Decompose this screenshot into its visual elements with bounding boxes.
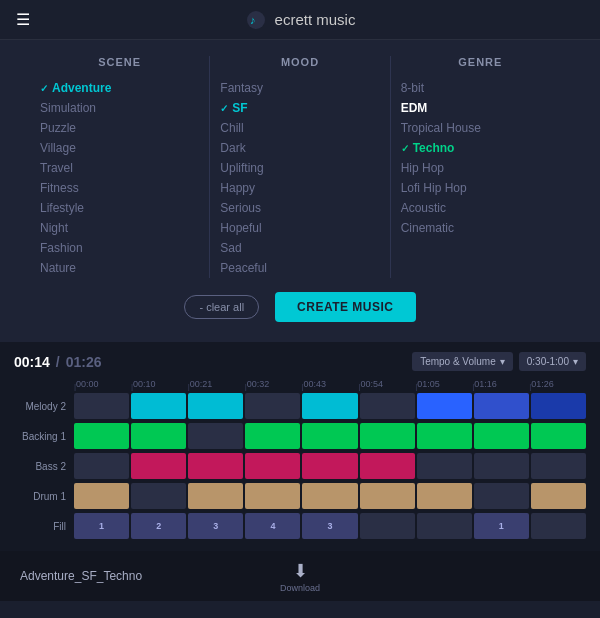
cell[interactable] bbox=[474, 393, 529, 419]
cell[interactable] bbox=[474, 453, 529, 479]
download-label: Download bbox=[280, 583, 320, 593]
track-drum1: Drum 1 bbox=[14, 483, 586, 509]
logo-icon: ♪ bbox=[245, 9, 267, 31]
cell[interactable] bbox=[188, 423, 243, 449]
cell[interactable]: 3 bbox=[302, 513, 357, 539]
track-label-bass2: Bass 2 bbox=[14, 461, 74, 472]
genre-item-techno[interactable]: ✓ Techno bbox=[401, 138, 560, 158]
scene-item-fitness[interactable]: Fitness bbox=[40, 178, 199, 198]
cell[interactable] bbox=[245, 423, 300, 449]
cell[interactable] bbox=[245, 453, 300, 479]
scene-item-puzzle[interactable]: Puzzle bbox=[40, 118, 199, 138]
download-button[interactable]: ⬇ Download bbox=[280, 560, 320, 593]
cell[interactable] bbox=[360, 393, 415, 419]
create-music-button[interactable]: CREATE MUSIC bbox=[275, 292, 415, 322]
check-icon-techno: ✓ bbox=[401, 143, 409, 154]
cell[interactable] bbox=[188, 483, 243, 509]
cell[interactable] bbox=[188, 393, 243, 419]
scene-item-nature[interactable]: Nature bbox=[40, 258, 199, 278]
cell[interactable] bbox=[245, 483, 300, 509]
genre-item-cinematic[interactable]: Cinematic bbox=[401, 218, 560, 238]
mood-item-sf[interactable]: ✓ SF bbox=[220, 98, 379, 118]
scene-column: SCENE ✓ Adventure Simulation Puzzle Vill… bbox=[30, 56, 209, 278]
cell[interactable] bbox=[417, 453, 472, 479]
ruler-cell-1: 00:10 bbox=[131, 379, 188, 389]
cell[interactable] bbox=[531, 423, 586, 449]
genre-item-8bit[interactable]: 8-bit bbox=[401, 78, 560, 98]
cell[interactable] bbox=[417, 423, 472, 449]
mood-item-sad[interactable]: Sad bbox=[220, 238, 379, 258]
genre-item-edm[interactable]: EDM bbox=[401, 98, 560, 118]
cell[interactable]: 3 bbox=[188, 513, 243, 539]
scene-item-travel[interactable]: Travel bbox=[40, 158, 199, 178]
clear-all-button[interactable]: - clear all bbox=[184, 295, 259, 319]
header-title-area: ♪ ecrett music bbox=[245, 9, 356, 31]
cell[interactable]: 2 bbox=[131, 513, 186, 539]
cell[interactable] bbox=[74, 393, 129, 419]
scene-item-lifestyle[interactable]: Lifestyle bbox=[40, 198, 199, 218]
mood-item-hopeful[interactable]: Hopeful bbox=[220, 218, 379, 238]
cell[interactable] bbox=[417, 393, 472, 419]
cell[interactable] bbox=[531, 513, 586, 539]
cell[interactable] bbox=[74, 423, 129, 449]
cell[interactable] bbox=[360, 513, 415, 539]
cell[interactable] bbox=[302, 423, 357, 449]
cell[interactable]: 1 bbox=[74, 513, 129, 539]
cell[interactable] bbox=[131, 453, 186, 479]
cell[interactable] bbox=[74, 453, 129, 479]
mood-item-peaceful[interactable]: Peaceful bbox=[220, 258, 379, 278]
cell[interactable] bbox=[417, 483, 472, 509]
genre-item-acoustic[interactable]: Acoustic bbox=[401, 198, 560, 218]
cell[interactable] bbox=[245, 393, 300, 419]
cell[interactable] bbox=[360, 483, 415, 509]
time-display: 00:14 / 01:26 bbox=[14, 354, 102, 370]
cell[interactable] bbox=[531, 453, 586, 479]
genre-item-tropical[interactable]: Tropical House bbox=[401, 118, 560, 138]
mood-item-dark[interactable]: Dark bbox=[220, 138, 379, 158]
scene-item-village[interactable]: Village bbox=[40, 138, 199, 158]
tempo-range-text: 0:30-1:00 bbox=[527, 356, 569, 367]
ruler-cell-4: 00:43 bbox=[302, 379, 359, 389]
genre-item-hiphop[interactable]: Hip Hop bbox=[401, 158, 560, 178]
mood-item-happy[interactable]: Happy bbox=[220, 178, 379, 198]
cell[interactable] bbox=[131, 393, 186, 419]
ruler-cell-8: 01:26 bbox=[529, 379, 586, 389]
cell[interactable] bbox=[74, 483, 129, 509]
tempo-control: Tempo & Volume ▾ 0:30-1:00 ▾ bbox=[412, 352, 586, 371]
cell[interactable] bbox=[360, 453, 415, 479]
mood-item-uplifting[interactable]: Uplifting bbox=[220, 158, 379, 178]
track-label-fill: Fill bbox=[14, 521, 74, 532]
menu-button[interactable]: ☰ bbox=[16, 10, 30, 29]
cell[interactable]: 1 bbox=[474, 513, 529, 539]
mood-item-fantasy[interactable]: Fantasy bbox=[220, 78, 379, 98]
scene-item-adventure[interactable]: ✓ Adventure bbox=[40, 78, 199, 98]
app-header: ☰ ♪ ecrett music bbox=[0, 0, 600, 40]
cell[interactable] bbox=[531, 483, 586, 509]
tempo-range-button[interactable]: 0:30-1:00 ▾ bbox=[519, 352, 586, 371]
cell[interactable] bbox=[131, 423, 186, 449]
action-buttons: - clear all CREATE MUSIC bbox=[0, 278, 600, 332]
mood-item-serious[interactable]: Serious bbox=[220, 198, 379, 218]
mood-item-chill[interactable]: Chill bbox=[220, 118, 379, 138]
cell[interactable] bbox=[360, 423, 415, 449]
scene-item-simulation[interactable]: Simulation bbox=[40, 98, 199, 118]
cell[interactable] bbox=[302, 483, 357, 509]
cell[interactable] bbox=[474, 483, 529, 509]
tempo-volume-button[interactable]: Tempo & Volume ▾ bbox=[412, 352, 513, 371]
cell[interactable] bbox=[474, 423, 529, 449]
cell[interactable] bbox=[188, 453, 243, 479]
svg-text:♪: ♪ bbox=[250, 14, 256, 26]
genre-item-lofi[interactable]: Lofi Hip Hop bbox=[401, 178, 560, 198]
scene-item-night[interactable]: Night bbox=[40, 218, 199, 238]
cell[interactable] bbox=[302, 453, 357, 479]
cell[interactable] bbox=[417, 513, 472, 539]
cell[interactable] bbox=[531, 393, 586, 419]
time-ruler: 00:00 00:10 00:21 00:32 00:43 00:54 01:0… bbox=[74, 379, 586, 389]
cell[interactable]: 4 bbox=[245, 513, 300, 539]
track-cells-drum1 bbox=[74, 483, 586, 509]
scene-item-fashion[interactable]: Fashion bbox=[40, 238, 199, 258]
cell[interactable] bbox=[131, 483, 186, 509]
mood-column: MOOD Fantasy ✓ SF Chill Dark Uplifting H… bbox=[209, 56, 390, 278]
mood-header: MOOD bbox=[220, 56, 379, 68]
cell[interactable] bbox=[302, 393, 357, 419]
